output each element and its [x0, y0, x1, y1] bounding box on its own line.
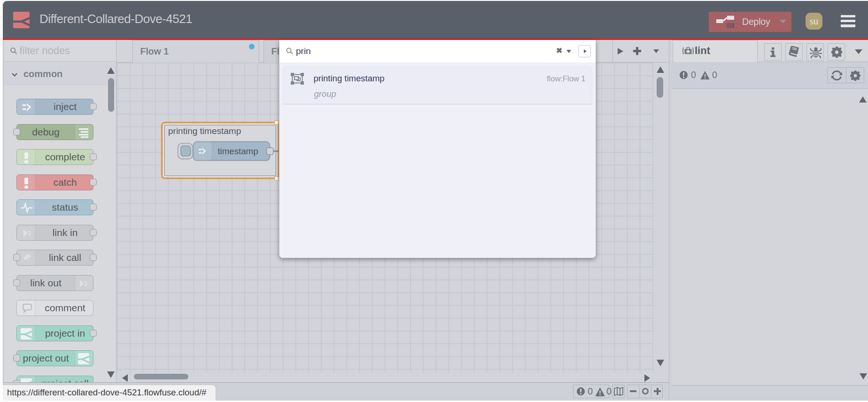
svg-text:timestamp: timestamp: [217, 146, 258, 156]
svg-text:printing timestamp: printing timestamp: [168, 126, 241, 135]
